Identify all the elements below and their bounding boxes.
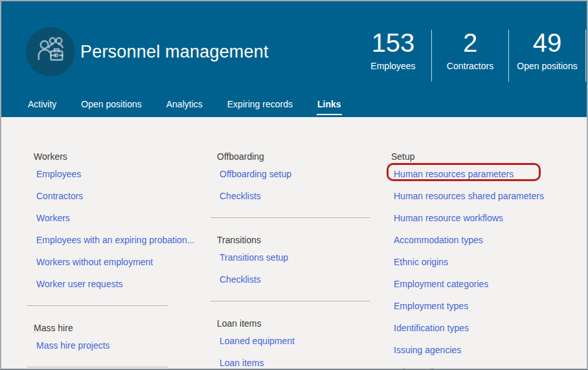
- link-job-templates[interactable]: Job templates: [394, 361, 579, 370]
- section-divider: [27, 305, 168, 306]
- link-worker-user-requests[interactable]: Worker user requests: [36, 273, 194, 295]
- link-checklists[interactable]: Checklists: [220, 185, 372, 207]
- stat-label: Employees: [370, 61, 415, 71]
- link-label: Identification types: [394, 323, 469, 333]
- link-mass-hire-projects[interactable]: Mass hire projects: [36, 334, 194, 356]
- link-label: Workers without employment: [36, 257, 153, 267]
- people-briefcase-icon: [34, 34, 67, 69]
- link-label: Ethnic origins: [394, 257, 448, 267]
- link-label: Loaned equipment: [220, 336, 295, 346]
- personnel-management-workspace: Personnel management 153Employees2Contra…: [0, 0, 588, 370]
- link-label: Checklists: [220, 274, 261, 285]
- link-checklists[interactable]: Checklists: [220, 268, 372, 290]
- link-employment-categories[interactable]: Employment categories: [394, 273, 579, 295]
- link-human-resources-shared-parameters[interactable]: Human resources shared parameters: [394, 185, 579, 207]
- link-workers-without-employment[interactable]: Workers without employment: [36, 251, 194, 273]
- stat-value: 153: [372, 28, 415, 57]
- tab-bar: ActivityOpen positionsAnalyticsExpiring …: [1, 94, 587, 117]
- link-offboarding-setup[interactable]: Offboarding setup: [220, 163, 372, 185]
- link-label: Human resource workflows: [394, 213, 503, 223]
- link-label: Employees with an expiring probation...: [36, 235, 194, 245]
- workspace-avatar: [26, 27, 75, 76]
- link-label: Employment types: [394, 301, 468, 311]
- link-label: Checklists: [220, 191, 261, 201]
- section-divider: [210, 217, 370, 218]
- section-divider: [210, 301, 370, 301]
- links-column-2: OffboardingOffboarding setupChecklistsTr…: [210, 117, 372, 370]
- link-ethnic-origins[interactable]: Ethnic origins: [394, 251, 579, 273]
- link-label: Issuing agencies: [394, 345, 461, 355]
- stat-tile-employees[interactable]: 153Employees: [355, 28, 431, 83]
- link-workers[interactable]: Workers: [36, 207, 194, 229]
- link-label: Accommodation types: [394, 235, 483, 245]
- section-loan-items: Loan itemsLoaned equipmentLoan items: [210, 319, 372, 370]
- link-identification-types[interactable]: Identification types: [394, 317, 579, 339]
- section-setup: SetupHuman resources parametersHuman res…: [385, 152, 579, 370]
- link-label: Offboarding setup: [220, 169, 291, 179]
- stat-label: Contractors: [447, 61, 493, 71]
- link-loaned-equipment[interactable]: Loaned equipment: [220, 330, 372, 352]
- section-title: Loan items: [217, 319, 372, 328]
- stat-tile-open-positions[interactable]: 49Open positions: [509, 28, 585, 83]
- link-employees[interactable]: Employees: [36, 163, 194, 185]
- link-label: Mass hire projects: [36, 340, 110, 351]
- link-label: Workers: [36, 213, 70, 223]
- link-label: Loan items: [220, 358, 264, 368]
- section-workers: WorkersEmployeesContractorsWorkersEmploy…: [27, 152, 194, 295]
- link-label: Employment categories: [394, 279, 488, 289]
- tab-links[interactable]: Links: [317, 94, 342, 117]
- link-issuing-agencies[interactable]: Issuing agencies: [394, 339, 579, 361]
- page-title: Personnel management: [80, 42, 269, 62]
- tab-analytics[interactable]: Analytics: [166, 94, 203, 117]
- section-title: Offboarding: [217, 152, 372, 161]
- link-employees-with-an-expiring-probation[interactable]: Employees with an expiring probation...: [36, 229, 194, 251]
- link-contractors[interactable]: Contractors: [36, 185, 194, 207]
- section-mass-hire: Mass hireMass hire projects: [27, 323, 194, 356]
- stat-tile-contractors[interactable]: 2Contractors: [432, 28, 508, 83]
- tab-expiring-records[interactable]: Expiring records: [227, 94, 293, 117]
- link-human-resource-workflows[interactable]: Human resource workflows: [394, 207, 579, 229]
- section-divider: [27, 367, 168, 367]
- links-panel: WorkersEmployeesContractorsWorkersEmploy…: [1, 117, 587, 369]
- link-label: Contractors: [36, 191, 83, 201]
- section-transitions: TransitionsTransitions setupChecklists: [210, 235, 372, 290]
- links-column-1: WorkersEmployeesContractorsWorkersEmploy…: [27, 117, 194, 370]
- link-label: Transitions setup: [220, 252, 288, 263]
- stat-value: 49: [533, 28, 562, 57]
- tab-activity[interactable]: Activity: [27, 94, 57, 117]
- link-human-resources-parameters[interactable]: Human resources parameters: [394, 163, 579, 185]
- link-accommodation-types[interactable]: Accommodation types: [394, 229, 579, 251]
- section-title: Setup: [391, 152, 579, 161]
- stat-value: 2: [463, 28, 477, 57]
- link-label: Human resources parameters: [394, 169, 514, 179]
- tab-open-positions[interactable]: Open positions: [80, 94, 142, 117]
- workspace-header: Personnel management 153Employees2Contra…: [1, 1, 587, 117]
- stat-divider: [585, 30, 586, 82]
- link-label: Job templates: [394, 367, 450, 370]
- section-offboarding: OffboardingOffboarding setupChecklists: [210, 152, 372, 207]
- workspace-stats: 153Employees2Contractors49Open positions: [355, 28, 586, 83]
- link-transitions-setup[interactable]: Transitions setup: [220, 246, 372, 268]
- link-loan-items[interactable]: Loan items: [220, 352, 372, 370]
- link-label: Worker user requests: [36, 279, 123, 289]
- link-label: Human resources shared parameters: [394, 191, 544, 201]
- link-label: Employees: [36, 169, 81, 179]
- stat-label: Open positions: [517, 61, 577, 71]
- section-title: Transitions: [217, 235, 372, 245]
- link-employment-types[interactable]: Employment types: [394, 295, 579, 317]
- section-title: Workers: [34, 152, 194, 161]
- links-column-3: SetupHuman resources parametersHuman res…: [385, 117, 579, 370]
- section-title: Mass hire: [34, 323, 194, 332]
